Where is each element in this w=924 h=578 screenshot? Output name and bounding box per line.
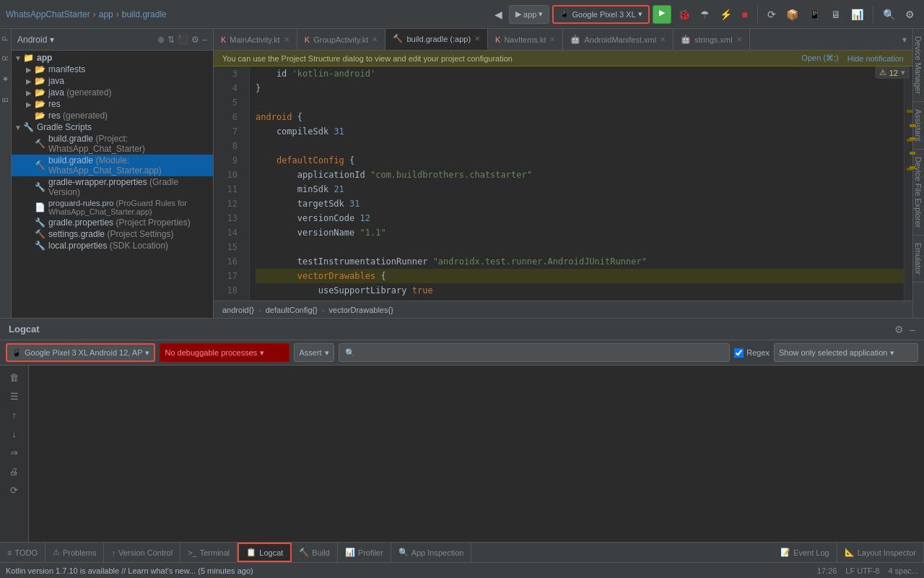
hide-notification-link[interactable]: Hide notification — [847, 54, 904, 63]
device-mirror-icon[interactable]: 🖥 — [827, 5, 845, 24]
code-line-7: compileSdk 31 — [256, 124, 904, 139]
open-project-structure-link[interactable]: Open (⌘;) — [801, 53, 838, 63]
profile-button[interactable]: ⚡ — [716, 5, 736, 24]
tree-item-build-gradle-project[interactable]: 🔨 build.gradle (Project: WhatsApp_Chat_S… — [12, 133, 213, 155]
collapse-icon[interactable]: ⬛ — [178, 35, 188, 45]
close-panel-icon[interactable]: – — [202, 35, 207, 45]
tree-item-proguard[interactable]: 📄 proguard-rules.pro (ProGuard Rules for… — [12, 198, 213, 217]
logcat-header-actions: ⚙ – — [894, 324, 915, 335]
tab-terminal[interactable]: >_ Terminal — [180, 543, 237, 562]
module-name[interactable]: app — [99, 9, 113, 20]
app-filter-select[interactable]: Show only selected application ▾ — [774, 343, 918, 362]
code-lines[interactable]: id 'kotlin-android' } android { compil — [250, 66, 904, 301]
kotlin-icon2: K — [305, 35, 310, 44]
tab-build[interactable]: 🔨 Build — [292, 543, 337, 562]
stop-button[interactable]: ■ — [738, 5, 751, 24]
file-name[interactable]: build.gradle — [122, 9, 167, 20]
code-line-14: versionName "1.1" — [256, 225, 904, 240]
scroll-end-btn[interactable]: ☰ — [4, 387, 25, 405]
fold-btn[interactable]: ⇒ — [4, 444, 25, 461]
tab-todo[interactable]: ≡ TODO — [0, 543, 45, 562]
device-file-explorer-tab[interactable]: Device File Explorer — [913, 150, 924, 236]
settings-panel-icon[interactable]: ⚙ — [191, 35, 199, 45]
tab-buildgradle[interactable]: 🔨 build.gradle (:app) ✕ — [385, 29, 488, 50]
tree-item-gradle-properties[interactable]: 🔧 gradle.properties (Project Properties) — [12, 217, 213, 228]
back-icon[interactable]: ◀ — [491, 5, 506, 24]
restart-btn[interactable]: ⟳ — [4, 481, 25, 499]
tab-app-inspection[interactable]: 🔍 App Inspection — [391, 543, 472, 562]
tab-groupactivity[interactable]: K GroupActivity.kt ✕ — [297, 29, 386, 50]
code-line-15 — [256, 240, 904, 254]
scope-icon[interactable]: ⊕ — [157, 35, 165, 45]
device-manager-tab[interactable]: Device Manager — [913, 29, 924, 102]
favorites-icon[interactable]: ★ — [1, 68, 10, 90]
close-navitems-tab[interactable]: ✕ — [549, 35, 555, 43]
notification-bar: You can use the Project Structure dialog… — [214, 51, 912, 66]
tab-mainactivity[interactable]: K MainActivity.kt ✕ — [214, 29, 297, 50]
sdk-manager-icon[interactable]: 📦 — [783, 5, 802, 24]
logcat-settings-icon[interactable]: ⚙ — [894, 324, 904, 335]
tree-item-res[interactable]: ▶ 📂 res — [12, 98, 213, 110]
clear-logcat-btn[interactable]: 🗑 — [4, 368, 25, 386]
debug-button[interactable]: 🐞 — [674, 5, 694, 24]
scroll-up-btn[interactable]: ↑ — [4, 406, 25, 423]
tree-item-local-properties[interactable]: 🔧 local.properties (SDK Location) — [12, 240, 213, 251]
editor-scrollbar[interactable] — [904, 66, 912, 301]
bottom-panel: Logcat ⚙ – 📱 Google Pixel 3 XL Android 1… — [0, 318, 924, 542]
tree-item-app[interactable]: ▼ 📁 app — [12, 52, 213, 64]
scroll-down-btn[interactable]: ↓ — [4, 425, 25, 442]
close-buildgradle-tab[interactable]: ✕ — [474, 35, 480, 43]
tab-strings[interactable]: 🤖 strings.xml ✕ — [674, 29, 750, 50]
tree-item-java[interactable]: ▶ 📂 java — [12, 75, 213, 87]
logcat-search-input[interactable] — [358, 348, 724, 357]
android-dropdown[interactable]: Android ▾ — [17, 35, 54, 45]
logcat-search-box[interactable]: 🔍 — [339, 343, 731, 362]
device-select-btn[interactable]: 📱 Google Pixel 3 XL ▾ — [552, 5, 649, 24]
tab-androidmanifest[interactable]: 🤖 AndroidManifest.xml ✕ — [563, 29, 674, 50]
print-btn[interactable]: 🖨 — [4, 462, 25, 480]
settings-icon[interactable]: ⚙ — [902, 5, 918, 24]
tree-item-gradle-wrapper[interactable]: 🔧 gradle-wrapper.properties (Gradle Vers… — [12, 176, 213, 198]
tree-item-build-gradle-app[interactable]: 🔨 build.gradle (Module: WhatsApp_Chat_St… — [12, 155, 213, 176]
avd-manager-icon[interactable]: 📱 — [805, 5, 824, 24]
emulator-tab[interactable]: Emulator — [913, 236, 924, 282]
status-indent: 4 spac... — [888, 566, 918, 575]
warning-count: 12 — [889, 69, 898, 77]
tree-item-settings-gradle[interactable]: 🔨 settings.gradle (Project Settings) — [12, 228, 213, 240]
logcat-close-icon[interactable]: – — [910, 324, 915, 335]
tree-item-manifests[interactable]: ▶ 📂 manifests — [12, 64, 213, 75]
right-side-panel: Device Manager Assistant Device File Exp… — [912, 29, 924, 318]
run-button[interactable]: ▶ — [653, 5, 671, 24]
tab-layout-inspector[interactable]: 📐 Layout Inspector — [837, 543, 924, 562]
sync-project-icon[interactable]: ⇅ — [167, 35, 175, 45]
tab-profiler[interactable]: 📊 Profiler — [338, 543, 391, 562]
close-groupactivity-tab[interactable]: ✕ — [372, 35, 378, 43]
sync-button[interactable]: ⟳ — [764, 5, 780, 24]
tab-version-control[interactable]: ↑ Version Control — [104, 543, 180, 562]
tab-event-log[interactable]: 📝 Event Log — [773, 543, 837, 562]
coverage-button[interactable]: ☂ — [697, 5, 713, 24]
project-tab-icon[interactable]: P — [1, 29, 10, 48]
tree-item-res-generated[interactable]: 📂 res (generated) — [12, 110, 213, 121]
resource-manager-icon[interactable]: R — [1, 48, 10, 68]
search-everywhere-btn[interactable]: 🔍 — [879, 5, 899, 24]
app-filter-label: Show only selected application — [779, 348, 887, 357]
close-mainactivity-tab[interactable]: ✕ — [284, 35, 289, 43]
regex-checkbox[interactable] — [734, 348, 744, 358]
app-config-btn[interactable]: ▶ app ▾ — [509, 5, 549, 24]
device-select-logcat[interactable]: 📱 Google Pixel 3 XL Android 12, AP ▾ — [6, 343, 155, 362]
tab-problems[interactable]: ⚠ Problems — [45, 543, 104, 562]
process-select[interactable]: No debuggable processes ▾ — [160, 343, 289, 362]
build-variants-icon[interactable]: B — [1, 90, 10, 110]
warning-count-badge[interactable]: ⚠ 12 ▾ — [875, 66, 910, 79]
tab-logcat[interactable]: 📋 Logcat — [237, 543, 292, 562]
tree-item-gradle-scripts[interactable]: ▼ 🔧 Gradle Scripts — [12, 121, 213, 133]
close-manifest-tab[interactable]: ✕ — [660, 35, 666, 43]
close-strings-tab[interactable]: ✕ — [736, 35, 742, 43]
log-level-select[interactable]: Assert ▾ — [294, 343, 334, 362]
tab-navitems[interactable]: K NavItems.kt ✕ — [488, 29, 563, 50]
tree-item-java-generated[interactable]: ▶ 📂 java (generated) — [12, 87, 213, 98]
code-line-9: defaultConfig { — [256, 153, 904, 168]
profiler-icon[interactable]: 📊 — [847, 5, 867, 24]
tab-more-btn[interactable]: ▾ — [897, 35, 912, 45]
